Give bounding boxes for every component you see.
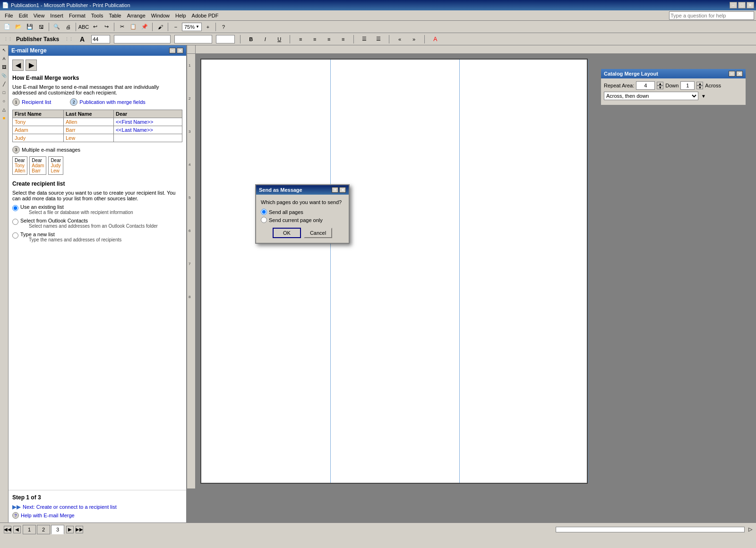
tool-oval[interactable]: ○ (0, 97, 8, 105)
italic-button[interactable]: I (260, 34, 270, 44)
menu-table[interactable]: Table (106, 12, 124, 19)
page-tab-3[interactable]: 3 (51, 525, 64, 534)
page-canvas[interactable] (200, 59, 588, 484)
menu-file[interactable]: File (2, 12, 16, 19)
option1-radio[interactable] (12, 205, 18, 211)
maximize-button[interactable]: □ (738, 2, 746, 9)
next-link[interactable]: ▶▶ Next: Create or connect to a recipien… (12, 504, 182, 510)
menu-view[interactable]: View (31, 12, 48, 19)
list-number[interactable]: ☰ (373, 34, 384, 44)
help-link[interactable]: ? Help with E-mail Merge (12, 512, 182, 519)
page-scroll-right[interactable]: ▶▶ (76, 526, 83, 533)
option3-label[interactable]: Type a new list (20, 231, 55, 237)
menu-insert[interactable]: Insert (47, 12, 66, 19)
menu-arrange[interactable]: Arrange (124, 12, 148, 19)
open-button[interactable]: 📂 (13, 22, 24, 32)
tool-clip[interactable]: 📎 (0, 72, 8, 79)
print-button[interactable]: 🖨 (63, 22, 73, 32)
copy-button[interactable]: 📋 (128, 22, 138, 32)
tool-shape[interactable]: △ (0, 106, 8, 113)
tool-text[interactable]: A (0, 55, 8, 62)
tool-arrow[interactable]: ↖ (0, 46, 8, 54)
catalog-minimize[interactable]: − (729, 71, 735, 77)
print-preview[interactable]: 🔍 (52, 22, 62, 32)
font-name-input[interactable] (114, 35, 171, 43)
panel-close[interactable]: ✕ (177, 48, 183, 53)
help-search-input[interactable] (669, 11, 754, 20)
send-current-label[interactable]: Send current page only (269, 217, 323, 223)
zoom-in[interactable]: + (203, 22, 213, 32)
close-button[interactable]: ✕ (747, 2, 754, 9)
spell-button[interactable]: ABC (78, 22, 89, 32)
nav-forward[interactable]: ▶ (26, 60, 37, 71)
dialog-ok-button[interactable]: OK (273, 228, 301, 238)
send-current-radio[interactable] (261, 217, 267, 223)
menu-help[interactable]: Help (172, 12, 189, 19)
horizontal-scrollbar[interactable] (556, 527, 745, 532)
font-size-input[interactable]: 44 (91, 35, 110, 43)
paste-button[interactable]: 📌 (139, 22, 150, 32)
tool-rect[interactable]: □ (0, 89, 8, 96)
option2-label[interactable]: Select from Outlook Contacts (20, 218, 88, 223)
page-prev[interactable]: ◀ (13, 526, 21, 533)
menu-adobe-pdf[interactable]: Adobe PDF (189, 12, 222, 19)
underline-button[interactable]: U (274, 34, 284, 44)
font-size2-input[interactable] (216, 35, 235, 43)
menu-edit[interactable]: Edit (16, 12, 31, 19)
zoom-out[interactable]: − (171, 22, 181, 32)
cut-button[interactable]: ✂ (117, 22, 127, 32)
new-button[interactable]: 📄 (2, 22, 12, 32)
menu-window[interactable]: Window (148, 12, 172, 19)
list-bullet[interactable]: ☰ (359, 34, 369, 44)
page-next[interactable]: ▶ (66, 526, 74, 533)
minimize-button[interactable]: − (730, 2, 737, 9)
indent-less[interactable]: « (395, 34, 405, 44)
repeat-down[interactable]: ▼ (657, 86, 663, 89)
down-down[interactable]: ▼ (696, 86, 703, 89)
page-tab-1[interactable]: 1 (23, 525, 36, 534)
repeat-value[interactable] (636, 81, 655, 90)
align-center[interactable]: ≡ (309, 34, 320, 44)
redo-button[interactable]: ↪ (101, 22, 112, 32)
layout-select[interactable]: Across, then down (604, 92, 698, 100)
save-button[interactable]: 💾 (25, 22, 35, 32)
dialog-close-button[interactable]: ✕ (339, 187, 346, 193)
pt-btn1[interactable]: A (77, 34, 87, 44)
canvas-area[interactable]: 1 2 3 4 5 6 7 8 9 10 11 1 2 3 4 5 6 (187, 45, 756, 522)
page-scroll-left[interactable]: ◀◀ (4, 526, 11, 533)
catalog-close[interactable]: ✕ (736, 71, 743, 77)
step2-label[interactable]: Publication with merge fields (79, 99, 145, 105)
page-tab-2[interactable]: 2 (37, 525, 50, 534)
send-all-radio[interactable] (261, 209, 267, 215)
format-painter[interactable]: 🖌 (155, 22, 165, 32)
step2-circle: 2 (70, 98, 77, 106)
align-right[interactable]: ≡ (324, 34, 334, 44)
zoom-input[interactable]: 75% ▼ (182, 23, 202, 31)
option2-radio[interactable] (12, 219, 18, 225)
panel-minimize[interactable]: − (169, 48, 176, 53)
tool-picture[interactable]: 🖼 (0, 63, 8, 71)
send-all-label[interactable]: Send all pages (269, 209, 303, 215)
option1-label[interactable]: Use an existing list (20, 204, 64, 210)
option3-radio[interactable] (12, 232, 18, 239)
help-label[interactable]: Help with E-mail Merge (21, 513, 75, 518)
help-button[interactable]: ? (218, 22, 229, 32)
indent-more[interactable]: » (409, 34, 419, 44)
tool-line[interactable]: ╱ (0, 80, 8, 88)
dialog-cancel-button[interactable]: Cancel (304, 228, 332, 238)
font-style-input[interactable] (174, 35, 212, 43)
align-justify[interactable]: ≡ (338, 34, 348, 44)
menu-tools[interactable]: Tools (88, 12, 106, 19)
dialog-help-button[interactable]: ? (332, 187, 338, 193)
bold-button[interactable]: B (246, 34, 256, 44)
align-left[interactable]: ≡ (295, 34, 306, 44)
font-color[interactable]: A (430, 34, 440, 44)
next-label[interactable]: Next: Create or connect to a recipient l… (23, 504, 117, 510)
save2-button[interactable]: 🖫 (36, 22, 46, 32)
down-value[interactable] (680, 81, 695, 90)
nav-back[interactable]: ◀ (12, 60, 24, 71)
step1-label[interactable]: Recipient list (22, 99, 51, 105)
menu-format[interactable]: Format (66, 12, 88, 19)
undo-button[interactable]: ↩ (90, 22, 100, 32)
tool-color[interactable]: ■ (0, 114, 8, 122)
